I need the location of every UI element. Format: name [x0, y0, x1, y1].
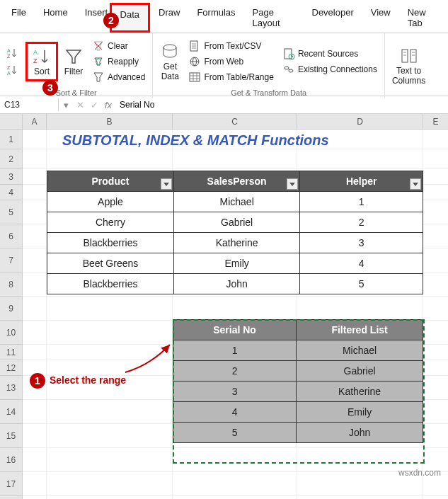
cell[interactable]	[297, 297, 423, 321]
cell[interactable]	[23, 200, 47, 224]
row-10[interactable]: 10	[0, 321, 23, 345]
table-row[interactable]: 4Emily	[173, 402, 423, 423]
advanced-button[interactable]: Advanced	[89, 69, 148, 85]
col-B[interactable]: B	[47, 114, 173, 130]
col-D[interactable]: D	[297, 114, 423, 130]
row-9[interactable]: 9	[0, 297, 23, 321]
cell[interactable]	[23, 321, 47, 345]
cell[interactable]	[423, 345, 448, 360]
table-row[interactable]: 1Michael	[173, 340, 423, 361]
existing-button[interactable]: Existing Connections	[280, 62, 380, 77]
row-7[interactable]: 7	[0, 248, 23, 273]
cell[interactable]	[423, 424, 448, 448]
table-row[interactable]: AppleMichael1	[47, 192, 423, 212]
cell[interactable]	[423, 321, 448, 345]
row-15[interactable]: 15	[0, 424, 23, 448]
cell[interactable]	[23, 496, 47, 499]
cell[interactable]	[23, 273, 47, 297]
enter-formula-icon[interactable]: ✓	[87, 100, 101, 110]
sort-za-button[interactable]: ZA	[4, 62, 23, 78]
table-row[interactable]: BlackberriesKatherine3	[47, 233, 423, 253]
filter-dropdown-helper[interactable]	[410, 178, 421, 190]
cell[interactable]	[297, 496, 423, 499]
name-box-dropdown[interactable]: ▾	[59, 100, 73, 110]
cancel-formula-icon[interactable]: ✕	[73, 100, 87, 110]
cell[interactable]	[173, 297, 297, 321]
row-12[interactable]: 12	[0, 360, 23, 376]
tab-developer[interactable]: Developer	[304, 3, 362, 33]
cell[interactable]	[423, 169, 448, 185]
filter-dropdown-product[interactable]	[161, 178, 172, 190]
cell[interactable]	[423, 200, 448, 224]
sort-az-button[interactable]: AZ	[4, 45, 23, 61]
row-14[interactable]: 14	[0, 400, 23, 424]
select-all-corner[interactable]	[0, 114, 23, 130]
cell[interactable]	[423, 185, 448, 200]
tab-file[interactable]: File	[3, 3, 35, 33]
cell[interactable]	[423, 273, 448, 297]
cell[interactable]	[23, 224, 47, 248]
tab-draw[interactable]: Draw	[150, 3, 188, 33]
cell[interactable]	[423, 297, 448, 321]
recent-button[interactable]: Recent Sources	[280, 46, 380, 62]
sort-button[interactable]: AZ Sort	[25, 42, 58, 81]
cell[interactable]	[423, 130, 448, 149]
row-17[interactable]: 17	[0, 472, 23, 496]
cell[interactable]	[23, 149, 47, 169]
cell[interactable]	[423, 149, 448, 169]
col-E[interactable]: E	[423, 114, 448, 130]
cell[interactable]	[47, 496, 173, 499]
row-5[interactable]: 5	[0, 200, 23, 224]
row-6[interactable]: 6	[0, 224, 23, 248]
row-16[interactable]: 16	[0, 448, 23, 472]
cell[interactable]	[23, 424, 47, 448]
cell[interactable]	[47, 448, 173, 472]
get-data-button[interactable]: Get Data	[157, 40, 183, 83]
text-to-columns-button[interactable]: Text to Columns	[389, 45, 428, 87]
cell[interactable]	[173, 448, 297, 472]
cell[interactable]	[297, 149, 423, 169]
cell[interactable]	[47, 424, 173, 448]
tab-formulas[interactable]: Formulas	[188, 3, 243, 33]
table-row[interactable]: CherryGabriel2	[47, 212, 423, 233]
cell[interactable]	[173, 149, 297, 169]
table-row[interactable]: BlackberriesJohn5	[47, 274, 423, 294]
cell[interactable]	[23, 185, 47, 200]
row-4[interactable]: 4	[0, 185, 23, 200]
filter-button[interactable]: Filter	[61, 45, 86, 78]
cell[interactable]	[23, 169, 47, 185]
row-3[interactable]: 3	[0, 169, 23, 185]
from-text-button[interactable]: From Text/CSV	[185, 38, 277, 54]
fx-icon[interactable]: fx	[101, 100, 115, 110]
cell[interactable]	[47, 400, 173, 424]
cell[interactable]	[423, 400, 448, 424]
row-2[interactable]: 2	[0, 149, 23, 169]
cell[interactable]	[23, 400, 47, 424]
row-1[interactable]: 1	[0, 130, 23, 149]
row-8[interactable]: 8	[0, 273, 23, 297]
cell[interactable]	[423, 360, 448, 376]
reapply-button[interactable]: Reapply	[89, 54, 148, 69]
formula-input[interactable]	[115, 98, 448, 111]
cell[interactable]	[23, 130, 47, 149]
col-A[interactable]: A	[23, 114, 47, 130]
cell[interactable]	[423, 496, 448, 499]
cell[interactable]	[47, 149, 173, 169]
cell[interactable]	[423, 248, 448, 273]
cell[interactable]	[423, 224, 448, 248]
cell[interactable]	[23, 345, 47, 360]
row-18[interactable]: 18	[0, 496, 23, 499]
row-13[interactable]: 13	[0, 376, 23, 400]
row-11[interactable]: 11	[0, 345, 23, 360]
cell[interactable]	[23, 297, 47, 321]
from-table-button[interactable]: From Table/Range	[185, 69, 277, 85]
table-row[interactable]: 3Katherine	[173, 382, 423, 402]
tab-home[interactable]: Home	[35, 3, 76, 33]
col-C[interactable]: C	[173, 114, 297, 130]
tab-view[interactable]: View	[362, 3, 399, 33]
table-row[interactable]: Beet GreensEmily4	[47, 253, 423, 274]
from-web-button[interactable]: From Web	[185, 54, 277, 69]
filter-dropdown-salesperson[interactable]	[287, 178, 298, 190]
cell[interactable]	[23, 448, 47, 472]
cell[interactable]	[173, 472, 297, 496]
